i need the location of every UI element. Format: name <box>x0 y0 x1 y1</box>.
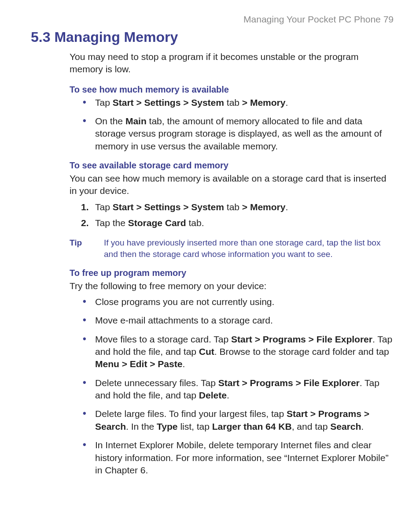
tip-block: Tip If you have previously inserted more… <box>70 237 394 260</box>
section-title: 5.3 Managing Memory <box>31 29 394 45</box>
text-run: , and tap <box>292 421 331 431</box>
paragraph: You can see how much memory is available… <box>70 172 394 197</box>
text-run: Tap <box>95 97 113 108</box>
text-run: . In the <box>126 421 157 431</box>
tip-text: If you have previously inserted more tha… <box>104 237 394 260</box>
subhead-memory-available: To see how much memory is available <box>70 85 394 95</box>
text-run: tab <box>224 97 242 108</box>
paragraph: Try the following to free memory on your… <box>70 280 394 292</box>
text-run: . <box>182 359 185 369</box>
bold-run: Type <box>157 421 177 431</box>
list-item: Move files to a storage card. Tap Start … <box>95 333 394 371</box>
text-run: . Browse to the storage card folder and … <box>214 346 389 357</box>
text-run: Delete unnecessary files. Tap <box>95 378 218 388</box>
bullet-list-free-memory: Close programs you are not currently usi… <box>70 296 394 476</box>
list-item: In Internet Explorer Mobile, delete temp… <box>95 439 394 476</box>
bold-run: Cut <box>199 346 214 357</box>
bold-run: Start > Programs > File Explorer <box>231 334 372 344</box>
bold-run: > Memory <box>242 97 286 108</box>
bold-run: Start > Settings > System <box>113 202 224 212</box>
list-item: Delete unnecessary files. Tap Start > Pr… <box>95 377 394 402</box>
text-run: Tap <box>95 202 113 212</box>
subhead-storage-card: To see available storage card memory <box>70 160 394 171</box>
text-run: tab <box>224 202 242 212</box>
bold-run: Start > Programs > File Explorer <box>218 378 360 388</box>
text-run: . <box>285 97 288 108</box>
bold-run: Menu > Edit > Paste <box>95 359 182 369</box>
document-page: Managing Your Pocket PC Phone 79 5.3 Man… <box>0 0 420 517</box>
text-run: Tap the <box>95 218 128 228</box>
bold-run: Delete <box>199 390 227 400</box>
numbered-list-storage-card: Tap Start > Settings > System tab > Memo… <box>70 201 394 230</box>
bold-run: Storage Card <box>128 218 186 228</box>
text-run: Move files to a storage card. Tap <box>95 334 231 344</box>
bold-run: Search <box>330 421 361 431</box>
text-run: . <box>227 390 229 400</box>
running-header: Managing Your Pocket PC Phone 79 <box>31 14 394 25</box>
bold-run: > Memory <box>242 202 286 212</box>
tip-label: Tip <box>70 237 104 260</box>
text-run: . <box>361 421 364 431</box>
text-run: Delete large files. To find your largest… <box>95 409 287 419</box>
list-item: Move e-mail attachments to a storage car… <box>95 314 394 327</box>
intro-paragraph: You may need to stop a program if it bec… <box>70 51 394 76</box>
bold-run: Main <box>125 116 147 126</box>
text-run: On the <box>95 116 125 126</box>
text-run: list, tap <box>178 421 212 431</box>
list-item: Tap Start > Settings > System tab > Memo… <box>95 97 394 109</box>
bold-run: Start > Settings > System <box>113 97 224 108</box>
text-run: . <box>285 202 288 212</box>
bullet-list-memory-available: Tap Start > Settings > System tab > Memo… <box>70 97 394 152</box>
subhead-free-memory: To free up program memory <box>70 268 394 278</box>
text-run: tab. <box>186 218 204 228</box>
list-item: Close programs you are not currently usi… <box>95 296 394 308</box>
body-content: You may need to stop a program if it bec… <box>70 51 394 476</box>
list-item: Delete large files. To find your largest… <box>95 408 394 433</box>
list-item: Tap the Storage Card tab. <box>95 217 394 229</box>
list-item: Tap Start > Settings > System tab > Memo… <box>95 201 394 213</box>
list-item: On the Main tab, the amount of memory al… <box>95 115 394 152</box>
bold-run: Larger than 64 KB <box>212 421 292 431</box>
